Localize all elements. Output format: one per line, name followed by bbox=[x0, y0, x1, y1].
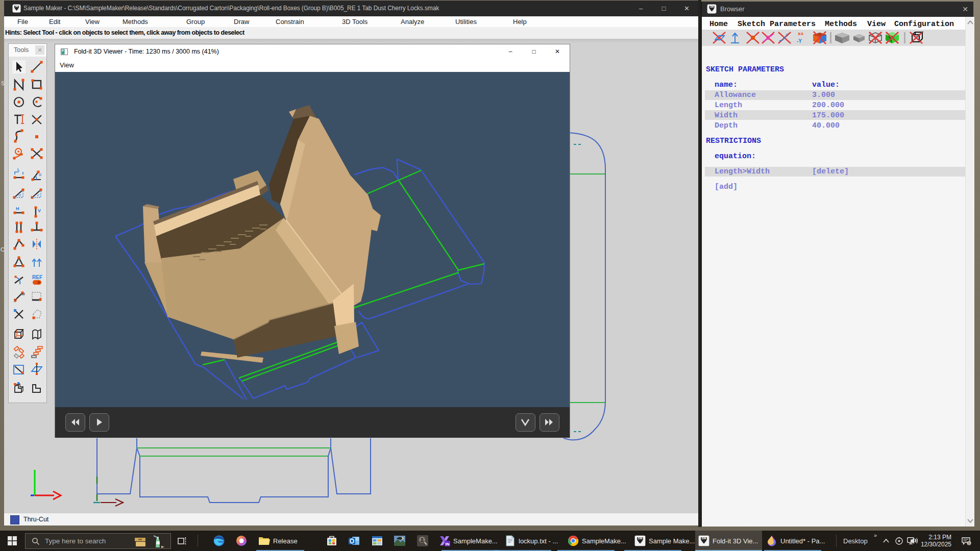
svg-text:1: 1 bbox=[968, 541, 970, 545]
svg-text:V: V bbox=[37, 193, 39, 197]
svg-text:SM: SM bbox=[15, 5, 18, 8]
svg-text:SM: SM bbox=[710, 5, 714, 8]
svg-text:-Y: -Y bbox=[797, 38, 802, 44]
svg-text:H: H bbox=[16, 206, 19, 211]
svg-text:SM: SM bbox=[638, 537, 643, 540]
svg-text:SM: SM bbox=[702, 537, 706, 540]
svg-text:α: α bbox=[786, 32, 788, 37]
svg-text:Σ: Σ bbox=[14, 298, 16, 303]
svg-text:REF: REF bbox=[32, 274, 42, 280]
svg-text:M: M bbox=[21, 292, 25, 296]
svg-text:H: H bbox=[18, 193, 21, 197]
svg-text:IN: IN bbox=[446, 542, 450, 546]
svg-text:L: L bbox=[17, 167, 20, 172]
svg-text:V: V bbox=[38, 208, 41, 213]
svg-text:C: C bbox=[766, 35, 770, 41]
svg-text:×+: ×+ bbox=[798, 31, 804, 37]
svg-text:α: α bbox=[39, 172, 41, 177]
